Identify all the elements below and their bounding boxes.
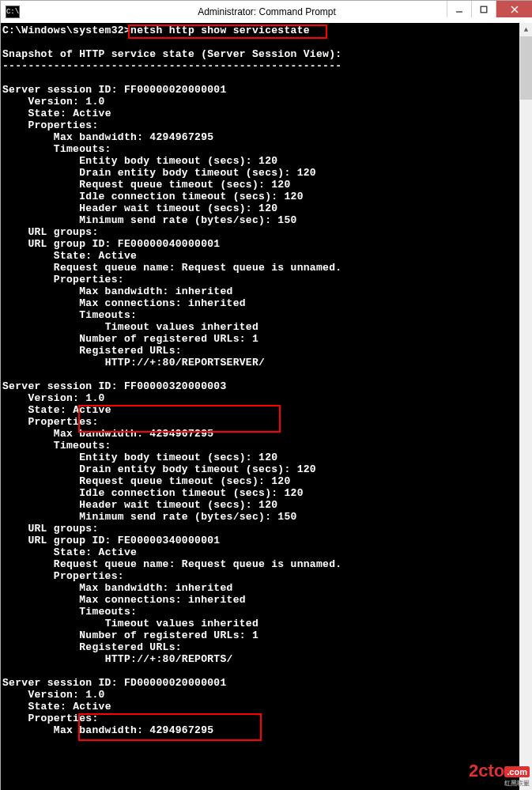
minimize-button[interactable] <box>447 1 471 17</box>
svg-rect-1 <box>481 6 487 13</box>
terminal-output[interactable]: C:\Windows\system32>netsh http show serv… <box>1 23 519 790</box>
cmd-icon: C:\ <box>6 6 20 18</box>
close-button[interactable] <box>496 1 532 17</box>
scroll-down-button[interactable]: ▼ <box>519 777 532 790</box>
scrollbar-thumb[interactable] <box>520 36 532 100</box>
maximize-button[interactable] <box>471 1 496 17</box>
window-controls <box>447 1 532 17</box>
vertical-scrollbar[interactable]: ▲ ▼ <box>519 23 532 790</box>
command-prompt-window: C:\ Administrator: Command Prompt C:\Win… <box>0 0 532 790</box>
scroll-up-button[interactable]: ▲ <box>519 23 532 36</box>
scrollbar-track[interactable] <box>519 36 532 777</box>
title-bar: C:\ Administrator: Command Prompt <box>1 1 532 24</box>
